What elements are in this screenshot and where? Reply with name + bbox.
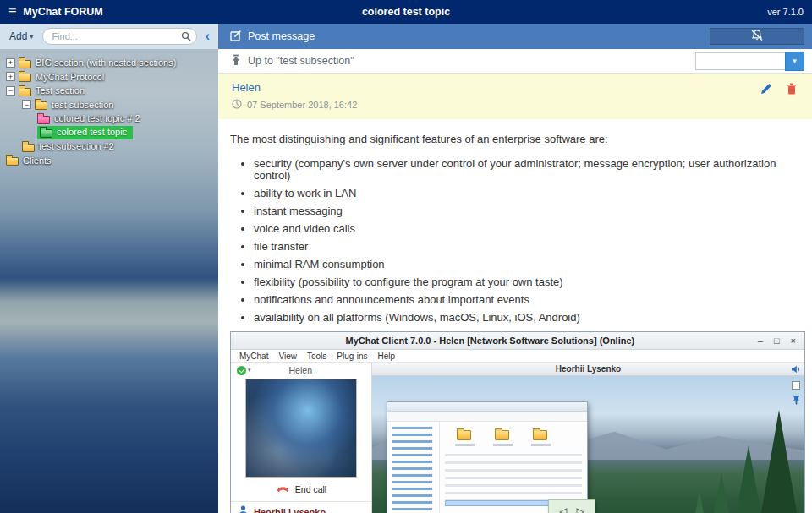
delete-message-button[interactable]: [787, 83, 797, 97]
app-version: ver 7.1.0: [767, 7, 812, 17]
message-timestamp: 07 September 2018, 16:42: [247, 100, 357, 110]
pin-icon: [793, 395, 800, 407]
feature-list: security (company's own server under con…: [230, 158, 805, 324]
find-input[interactable]: [42, 28, 196, 45]
edit-square-icon: [230, 30, 242, 44]
search-icon[interactable]: [181, 31, 191, 44]
tree-item-clients[interactable]: Clients: [6, 154, 218, 168]
tree-item-label: Test section: [36, 85, 85, 96]
embed-menu-item: Tools: [307, 352, 326, 361]
embed-body: ▾ Helen End call: [231, 363, 804, 513]
list-item: ability to work in LAN: [254, 188, 805, 199]
notifications-muted-button[interactable]: [710, 28, 804, 45]
wallpaper-tree: [691, 491, 708, 513]
minimize-icon: –: [758, 336, 763, 346]
embed-remote-title: Heorhii Lysenko: [372, 363, 804, 376]
explorer-selected-item: [445, 500, 550, 506]
speaker-icon: [791, 364, 801, 376]
folder-icon: [533, 430, 547, 440]
trash-icon: [787, 83, 797, 97]
folder-icon: [19, 74, 31, 82]
embed-right-pane: Heorhii Lysenko: [372, 363, 804, 513]
list-item: availability on all platforms (Windows, …: [254, 312, 805, 324]
arrow-right-icon: ▷: [577, 505, 584, 513]
message-timestamp-row: 07 September 2018, 16:42: [232, 99, 798, 111]
tree-item-colored-test-topic[interactable]: colored test topic: [6, 126, 218, 140]
remote-desktop-view: ◁ ▷: [372, 376, 804, 513]
clock-icon: [232, 99, 242, 111]
expand-plus-icon[interactable]: +: [6, 72, 15, 81]
embed-status-row: ▾ Helen: [231, 363, 371, 378]
chevron-down-icon: ▾: [793, 57, 797, 65]
end-call-label: End call: [295, 484, 326, 494]
close-icon: ×: [791, 336, 796, 346]
embed-window-title: MyChat Client 7.0.0 - Helen [Network Sof…: [231, 336, 749, 346]
app-titlebar: ≡ MyChat FORUM colored test topic ver 7.…: [0, 0, 812, 24]
embed-contact-row: Heorhii Lysenko: [231, 501, 371, 513]
explorer-toolbar: [387, 412, 587, 422]
embed-contact-name: Heorhii Lysenko: [254, 507, 326, 513]
topic-main-panel: Post message Up to "test subsection": [218, 24, 812, 513]
chevron-down-icon: ▾: [30, 33, 33, 41]
tree-item-label: colored test topic: [57, 127, 127, 137]
topic-jump-input[interactable]: [695, 52, 785, 70]
explorer-file-list: [445, 454, 582, 501]
tree-item-test-subsection-2[interactable]: test subsection #2: [6, 139, 218, 154]
expand-plus-icon[interactable]: +: [6, 58, 15, 68]
list-item: voice and video calls: [254, 223, 805, 235]
titlebar-left: ≡ MyChat FORUM: [0, 5, 218, 19]
list-item: security (company's own server under con…: [254, 158, 805, 182]
topic-jump-box: ▾: [695, 52, 804, 71]
remote-file-explorer-window: [387, 401, 588, 513]
tree-item-test-section[interactable]: − Test section: [6, 84, 218, 98]
up-link-label: Up to "test subsection": [248, 55, 354, 67]
explorer-titlebar: [387, 402, 587, 412]
tree-item-label: colored test topic # 2: [54, 113, 140, 123]
add-button-label: Add: [9, 30, 27, 42]
mychat-forum-app: ≡ MyChat FORUM colored test topic ver 7.…: [0, 0, 812, 513]
wallpaper-tree: [710, 472, 733, 513]
embed-window-titlebar: MyChat Client 7.0.0 - Helen [Network Sof…: [231, 332, 804, 350]
embed-side-toolbar: [789, 364, 803, 407]
pink-folder-icon: [37, 116, 50, 124]
end-call-button: End call: [276, 484, 326, 494]
collapse-sidebar-button[interactable]: ‹: [203, 30, 212, 43]
hamburger-menu-icon[interactable]: ≡: [8, 5, 16, 19]
user-icon: [239, 505, 248, 513]
wallpaper-tree: [732, 445, 765, 513]
collapse-minus-icon[interactable]: −: [22, 100, 31, 109]
maximize-icon: □: [774, 336, 780, 346]
current-topic-title: colored test topic: [169, 6, 643, 18]
add-button[interactable]: Add ▾: [6, 29, 36, 44]
collapse-minus-icon[interactable]: −: [6, 86, 15, 96]
embed-menu-item: View: [278, 352, 297, 361]
embed-menu-item: Plug-ins: [337, 352, 367, 361]
topic-jump-dropdown-button[interactable]: ▾: [785, 52, 804, 71]
folder-open-icon: [19, 88, 31, 96]
embedded-screenshot[interactable]: MyChat Client 7.0.0 - Helen [Network Sof…: [230, 331, 805, 513]
online-status-icon: [237, 366, 246, 375]
green-folder-icon: [40, 129, 52, 138]
tree-item-big-section[interactable]: + BIG section (with nested sections): [6, 56, 218, 70]
breadcrumb-bar: Up to "test subsection" ▾: [218, 49, 812, 74]
tree-item-label: MyChat Protocol: [36, 72, 104, 82]
embed-window-controls: – □ ×: [749, 336, 804, 346]
tree-item-label: BIG section (with nested sections): [36, 57, 176, 68]
folder-open-icon: [35, 101, 47, 110]
message-body: The most distinguishing and significant …: [218, 119, 812, 513]
up-arrow-icon: [231, 54, 241, 68]
embed-menu-item: Help: [377, 352, 395, 361]
forum-message: Helen 07 September 2018, 16:42: [218, 74, 812, 513]
message-author-link[interactable]: Helen: [232, 81, 261, 94]
tree-item-test-subsection[interactable]: − test subsection: [6, 98, 218, 112]
tree-item-colored-test-topic-2[interactable]: colored test topic # 2: [6, 112, 218, 126]
post-message-button[interactable]: Post message: [230, 30, 315, 44]
tree-item-mychat-protocol[interactable]: + MyChat Protocol: [6, 70, 218, 85]
up-to-parent-link[interactable]: Up to "test subsection": [231, 54, 354, 68]
bell-slash-icon: [750, 30, 764, 44]
edit-message-button[interactable]: [760, 83, 772, 97]
embed-menubar: MyChat View Tools Plug-ins Help: [231, 350, 804, 363]
list-item: flexibility (possibility to configure th…: [254, 276, 805, 288]
message-intro: The most distinguishing and significant …: [230, 133, 805, 145]
message-header: Helen 07 September 2018, 16:42: [218, 74, 812, 119]
